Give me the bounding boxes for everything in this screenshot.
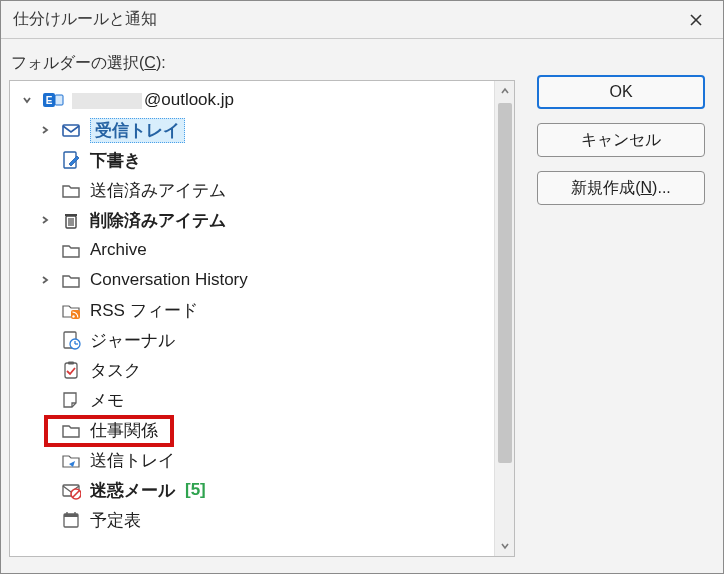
tree-item-label: 仕事関係 bbox=[90, 419, 158, 442]
tree-item-rss[interactable]: RSS フィード bbox=[16, 295, 492, 325]
note-icon bbox=[60, 389, 82, 411]
tree-item-label: 予定表 bbox=[90, 509, 141, 532]
folder-icon bbox=[60, 419, 82, 441]
tree-item-label: 送信トレイ bbox=[90, 449, 175, 472]
svg-rect-3 bbox=[55, 95, 63, 105]
tree-item-calendar[interactable]: 予定表 bbox=[16, 505, 492, 535]
folder-tree[interactable]: E @outlook.jp bbox=[10, 81, 494, 556]
folder-select-label: フォルダーの選択(C): bbox=[11, 53, 515, 74]
expander-expand-icon[interactable] bbox=[36, 271, 54, 289]
titlebar: 仕分けルールと通知 bbox=[1, 1, 723, 39]
tree-item-label: タスク bbox=[90, 359, 141, 382]
tree-item-convhist[interactable]: Conversation History bbox=[16, 265, 492, 295]
svg-rect-19 bbox=[68, 362, 74, 365]
tree-item-sent[interactable]: 送信済みアイテム bbox=[16, 175, 492, 205]
tree-item-journal[interactable]: ジャーナル bbox=[16, 325, 492, 355]
button-panel: OK キャンセル 新規作成(N)... bbox=[537, 53, 705, 557]
svg-rect-8 bbox=[65, 214, 77, 216]
outlook-account-icon: E bbox=[42, 89, 64, 111]
tree-item-label: 削除済みアイテム bbox=[90, 209, 226, 232]
junk-icon bbox=[60, 479, 82, 501]
tree-root-label: @outlook.jp bbox=[72, 90, 234, 110]
tree-root[interactable]: E @outlook.jp bbox=[16, 85, 492, 115]
tree-item-label: Archive bbox=[90, 240, 147, 260]
vertical-scrollbar[interactable] bbox=[494, 81, 514, 556]
expander-collapse-icon[interactable] bbox=[18, 91, 36, 109]
tree-item-deleted[interactable]: 削除済みアイテム bbox=[16, 205, 492, 235]
trash-icon bbox=[60, 209, 82, 231]
scroll-up-icon[interactable] bbox=[495, 81, 515, 101]
expander-expand-icon[interactable] bbox=[36, 211, 54, 229]
tree-item-label: Conversation History bbox=[90, 270, 248, 290]
tree-item-drafts[interactable]: 下書き bbox=[16, 145, 492, 175]
obscured-username bbox=[72, 93, 142, 109]
dialog-title: 仕分けルールと通知 bbox=[13, 9, 157, 30]
rss-icon bbox=[60, 299, 82, 321]
tree-item-label: 送信済みアイテム bbox=[90, 179, 226, 202]
content-area: フォルダーの選択(C): E bbox=[1, 39, 723, 573]
unread-count: [5] bbox=[185, 480, 206, 500]
expander-expand-icon[interactable] bbox=[36, 121, 54, 139]
rules-and-alerts-dialog: 仕分けルールと通知 フォルダーの選択(C): bbox=[0, 0, 724, 574]
close-icon bbox=[689, 13, 703, 27]
scroll-thumb[interactable] bbox=[498, 103, 512, 463]
svg-point-13 bbox=[72, 315, 74, 317]
tree-item-work[interactable]: 仕事関係 bbox=[16, 415, 492, 445]
svg-rect-18 bbox=[65, 363, 77, 378]
outbox-icon bbox=[60, 449, 82, 471]
left-panel: フォルダーの選択(C): E bbox=[9, 53, 515, 557]
close-button[interactable] bbox=[683, 7, 709, 33]
new-folder-button[interactable]: 新規作成(N)... bbox=[537, 171, 705, 205]
inbox-icon bbox=[60, 119, 82, 141]
svg-rect-5 bbox=[63, 125, 79, 136]
tree-item-label: 下書き bbox=[90, 149, 141, 172]
svg-rect-24 bbox=[64, 514, 78, 517]
svg-text:E: E bbox=[46, 95, 53, 106]
calendar-icon bbox=[60, 509, 82, 531]
folder-icon bbox=[60, 239, 82, 261]
tree-item-archive[interactable]: Archive bbox=[16, 235, 492, 265]
tree-item-label: 迷惑メール bbox=[90, 479, 175, 502]
folder-tree-container: E @outlook.jp bbox=[9, 80, 515, 557]
folder-icon bbox=[60, 269, 82, 291]
tree-item-tasks[interactable]: タスク bbox=[16, 355, 492, 385]
tree-item-label: メモ bbox=[90, 389, 124, 412]
scroll-down-icon[interactable] bbox=[495, 536, 515, 556]
tree-item-label: ジャーナル bbox=[90, 329, 175, 352]
folder-icon bbox=[60, 179, 82, 201]
tree-item-label: RSS フィード bbox=[90, 299, 198, 322]
journal-icon bbox=[60, 329, 82, 351]
tree-item-junk[interactable]: 迷惑メール [5] bbox=[16, 475, 492, 505]
tasks-icon bbox=[60, 359, 82, 381]
draft-icon bbox=[60, 149, 82, 171]
ok-button[interactable]: OK bbox=[537, 75, 705, 109]
tree-item-label: 受信トレイ bbox=[90, 118, 185, 143]
tree-item-inbox[interactable]: 受信トレイ bbox=[16, 115, 492, 145]
cancel-button[interactable]: キャンセル bbox=[537, 123, 705, 157]
tree-item-notes[interactable]: メモ bbox=[16, 385, 492, 415]
tree-item-outbox[interactable]: 送信トレイ bbox=[16, 445, 492, 475]
svg-rect-12 bbox=[71, 310, 80, 319]
